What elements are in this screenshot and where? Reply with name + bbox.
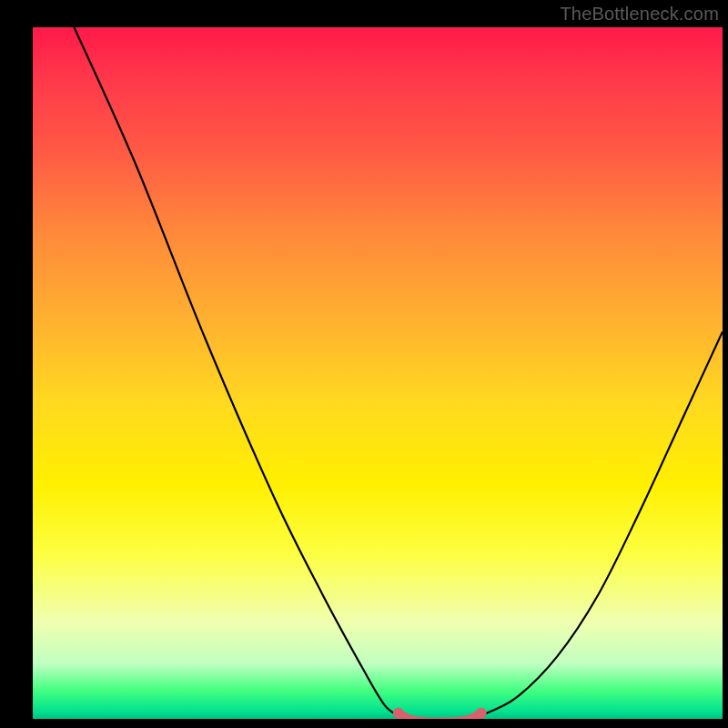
valley-marker-dot-right bbox=[476, 708, 487, 719]
curve-left-line bbox=[74, 27, 398, 715]
valley-marker bbox=[399, 713, 481, 719]
curve-right-line bbox=[481, 331, 723, 715]
watermark-text: TheBottleneck.com bbox=[560, 4, 719, 25]
valley-marker-dot-left bbox=[393, 708, 404, 719]
chart-plot-area bbox=[33, 27, 723, 719]
chart-svg bbox=[33, 27, 723, 719]
